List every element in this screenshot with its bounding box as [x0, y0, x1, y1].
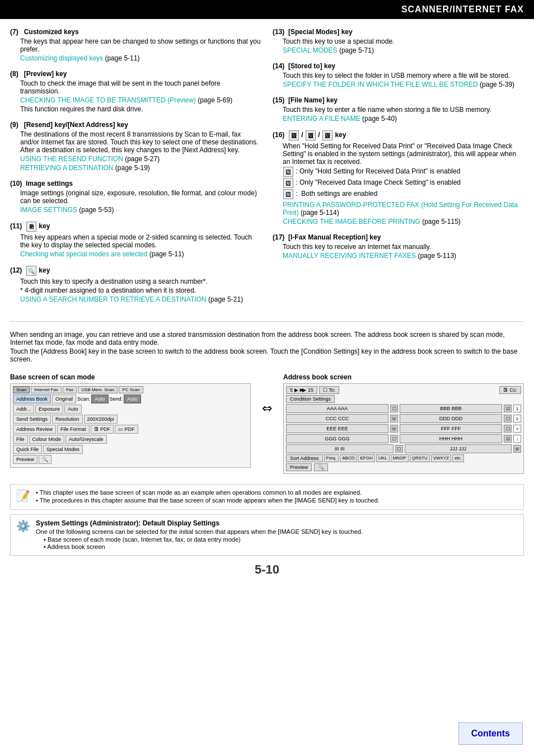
right-column: (13) [Special Modes] key Touch this key … [273, 28, 524, 311]
link-resend-function[interactable]: USING THE RESEND FUNCTION [20, 155, 123, 163]
badge-plus: + [513, 425, 521, 433]
note-area: 📝 • This chapter uses the base screen of… [10, 484, 524, 510]
page: SCANNER/INTERNET FAX (7) Customized keys… [0, 0, 534, 756]
section-10-title: (10) Image settings [10, 180, 261, 187]
entry-fff-fff[interactable]: FFF FFF [400, 424, 502, 433]
condition-settings-btn[interactable]: Condition Settings [286, 395, 335, 403]
section-13-title: (13) [Special Modes] key [273, 28, 524, 36]
note-icon: 📝 [16, 489, 30, 503]
entry-iii-iii[interactable]: III III [286, 444, 394, 453]
search-btn-addr[interactable]: 🔍 [314, 463, 328, 471]
resolution-btn[interactable]: Resolution [52, 415, 83, 424]
link-search-number[interactable]: USING A SEARCH NUMBER TO RETRIEVE A DEST… [20, 295, 207, 303]
entry-bbb-bbb[interactable]: BBB BBB [400, 404, 502, 413]
send-label: Send: [110, 396, 123, 402]
link-checking-image[interactable]: CHECKING THE IMAGE TO BE TRANSMITTED (Pr… [20, 96, 196, 104]
icon-received-data: 🖼 [306, 130, 316, 140]
icon-both-settings: 🖼 [322, 130, 332, 140]
section-17-body: Touch this key to receive an Internet fa… [273, 243, 524, 260]
page-number-area: 5-10 [0, 562, 534, 577]
entry-jjj-jjj[interactable]: JJJ JJJ [405, 444, 512, 453]
link-manually-receiving[interactable]: MANUALLY RECEIVING INTERNET FAXES [283, 252, 416, 260]
sort-efgh[interactable]: EFGH [358, 454, 374, 462]
scan-tab-fax[interactable]: Fax [63, 386, 77, 393]
scan-tab-scan[interactable]: Scan [13, 386, 30, 393]
address-review-btn[interactable]: Address Review [13, 425, 56, 434]
link-special-modes[interactable]: SPECIAL MODES [283, 46, 338, 54]
entry-aaa-aaa[interactable]: AAA AAA [286, 404, 388, 413]
send-settings-btn[interactable]: Send Settings [13, 415, 51, 424]
link-checking-image-before-printing[interactable]: CHECKING THE IMAGE BEFORE PRINTING [283, 218, 420, 226]
note-line1: • This chapter uses the base screen of s… [36, 489, 518, 496]
section-8-title: (8) [Preview] key [10, 70, 261, 78]
entry-hhh-hhh[interactable]: HHH HHH [400, 434, 502, 443]
sort-mnop[interactable]: MNOP [391, 454, 409, 462]
entry-ccc-ccc[interactable]: CCC CCC [286, 414, 388, 423]
section-11-body: This key appears when a special mode or … [10, 233, 261, 258]
sort-qrstu[interactable]: QRSTU [410, 454, 430, 462]
exposure-btn[interactable]: Exposure [35, 405, 63, 414]
addr-entry-btn[interactable]: Addr... [13, 405, 34, 414]
scan-tab-pc-scan[interactable]: PC Scan [119, 386, 143, 393]
resolution-val-btn[interactable]: 200X200dpi [84, 415, 118, 424]
entry-1-icon2: ☑ [504, 405, 512, 412]
sort-address-btn[interactable]: Sort Address [286, 454, 323, 462]
left-column: (7) Customized keys The keys that appear… [10, 28, 261, 311]
auto-greyscale-btn[interactable]: Auto/Greyscale [65, 435, 107, 444]
exposure-auto-btn[interactable]: Auto [64, 405, 82, 414]
sort-freq[interactable]: Freq. [324, 454, 339, 462]
file-format-btn[interactable]: File Format [57, 425, 90, 434]
sort-ijkl[interactable]: IJKL [376, 454, 390, 462]
preview-btn-scan[interactable]: Preview [13, 455, 38, 464]
entry-eee-eee[interactable]: EEE EEE [286, 424, 388, 433]
link-password-protected-fax[interactable]: PRINTING A PASSWORD-PROTECTED FAX (Hold … [283, 201, 518, 217]
addr-entry-3: EEE EEE ☏ FFF FFF ☐ + [286, 424, 521, 433]
divider-1 [10, 321, 524, 322]
scan-auto-btn[interactable]: Auto [91, 395, 109, 403]
section-11-title: (11) 🖹 key [10, 222, 261, 232]
scan-tab-usb-scan[interactable]: USB Mem. Scan [78, 386, 118, 393]
send-auto-btn[interactable]: Auto [124, 395, 141, 403]
sort-abcd[interactable]: ABCD [340, 454, 357, 462]
link-customizing-keys[interactable]: Customizing displayed keys [20, 54, 103, 62]
scan-tab-internet-fax[interactable]: Internet Fax [31, 386, 62, 393]
to-btn[interactable]: ☐ To: [319, 386, 339, 394]
sort-address-row: Sort Address Freq. ABCD EFGH IJKL MNOP Q… [286, 454, 521, 462]
section-11: (11) 🖹 key This key appears when a speci… [10, 222, 261, 258]
address-screen-section: Address book screen 5 ▶ ■▶ 15 ☐ To: 🖺 Cc… [283, 373, 524, 474]
preview-btn-addr[interactable]: Preview [286, 463, 312, 471]
contents-button[interactable]: Contents [458, 722, 523, 745]
addr-entry-2: CCC CCC ☏ DDD DDD ☐ 2 [286, 414, 521, 423]
search-key-btn[interactable]: 🔍 [39, 455, 51, 464]
file-btn[interactable]: File [13, 435, 28, 444]
link-image-settings[interactable]: IMAGE SETTINGS [20, 206, 77, 214]
entry-ggg-ggg[interactable]: GGG GGG [286, 434, 388, 443]
link-entering-filename[interactable]: ENTERING A FILE NAME [283, 115, 360, 123]
section-12: (12) 🔍 key Touch this key to specify a d… [10, 266, 261, 303]
entry-ddd-ddd[interactable]: DDD DDD [400, 414, 502, 423]
pdf-btn[interactable]: ▭ PDF [115, 425, 138, 434]
icon-hold-print-small: 🖼 [283, 167, 293, 177]
section-16-text: When "Hold Setting for Received Data Pri… [283, 142, 524, 166]
quick-file-btn[interactable]: Quick File [13, 445, 42, 454]
search-key-icon: 🔍 [26, 266, 36, 276]
sort-etc[interactable]: etc. [452, 454, 464, 462]
sort-vwxyz[interactable]: VWXYZ [431, 454, 451, 462]
section-11-text: This key appears when a special mode or … [20, 233, 261, 249]
original-btn[interactable]: Original [52, 395, 76, 403]
special-modes-btn[interactable]: Special Modes [43, 445, 83, 454]
link-retrieving-destination[interactable]: RETRIEVING A DESTINATION [20, 164, 113, 172]
address-book-btn[interactable]: Address Book [13, 395, 51, 403]
section-14: (14) [Stored to] key Touch this key to s… [273, 62, 524, 88]
scan-row-1: Address Book Original Scan: Auto Send: A… [13, 395, 248, 403]
scan-row-3: Send Settings Resolution 200X200dpi [13, 415, 248, 424]
note-line2: • The procedures in this chapter assume … [36, 497, 518, 504]
section-15-title: (15) [File Name] key [273, 96, 524, 104]
section-16-item2: 🖼 : Only "Received Data Image Check Sett… [283, 178, 524, 188]
cc-btn[interactable]: 🖺 Cc: [499, 386, 521, 394]
link-specify-folder[interactable]: SPECIFY THE FOLDER IN WHICH THE FILE WIL… [283, 81, 478, 88]
section-12-extra: * 4-digit number assigned to a destinati… [20, 287, 261, 294]
pdf-icon-btn[interactable]: 🖺 PDF [91, 425, 114, 434]
link-checking-special-modes[interactable]: Checking what special modes are selected [20, 250, 147, 258]
colour-mode-btn[interactable]: Colour Mode [29, 435, 65, 444]
